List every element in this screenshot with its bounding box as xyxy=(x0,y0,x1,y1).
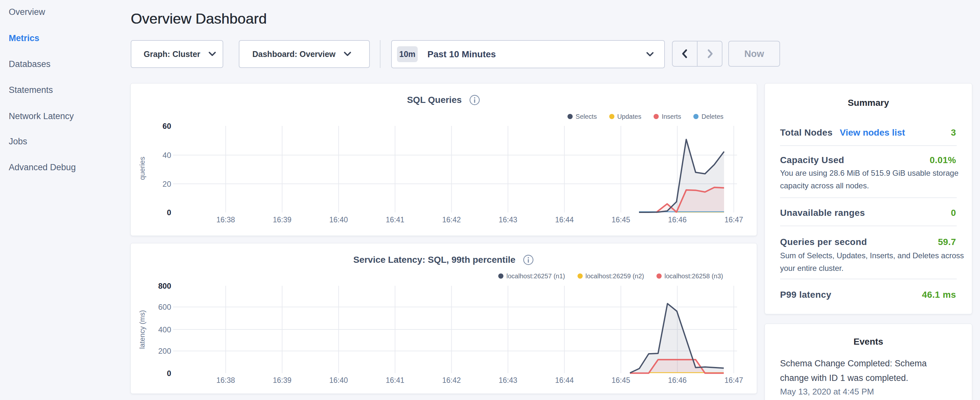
svg-text:800: 800 xyxy=(158,282,171,290)
svg-text:16:43: 16:43 xyxy=(499,215,517,224)
svg-text:latency (ms): latency (ms) xyxy=(138,310,146,349)
svg-text:16:45: 16:45 xyxy=(611,215,630,224)
svg-text:16:42: 16:42 xyxy=(442,215,461,224)
svg-text:200: 200 xyxy=(158,347,171,355)
svg-text:16:41: 16:41 xyxy=(386,215,404,224)
svg-text:0: 0 xyxy=(167,369,171,378)
svg-text:16:38: 16:38 xyxy=(216,215,235,224)
svg-text:16:40: 16:40 xyxy=(329,215,348,224)
svg-text:600: 600 xyxy=(158,303,171,311)
svg-text:16:40: 16:40 xyxy=(329,376,348,384)
svg-text:60: 60 xyxy=(162,122,171,131)
svg-text:16:38: 16:38 xyxy=(216,376,235,384)
svg-text:16:39: 16:39 xyxy=(273,215,291,224)
svg-text:16:45: 16:45 xyxy=(611,376,630,384)
svg-text:400: 400 xyxy=(158,325,171,334)
svg-text:16:46: 16:46 xyxy=(668,376,687,384)
svg-text:queries: queries xyxy=(138,157,146,180)
svg-text:16:44: 16:44 xyxy=(555,376,574,384)
svg-text:16:44: 16:44 xyxy=(555,215,574,224)
svg-text:16:39: 16:39 xyxy=(273,376,291,384)
svg-text:16:47: 16:47 xyxy=(724,376,743,384)
svg-text:16:42: 16:42 xyxy=(442,376,461,384)
svg-text:16:47: 16:47 xyxy=(724,215,743,224)
svg-text:16:43: 16:43 xyxy=(499,376,517,384)
svg-text:40: 40 xyxy=(162,151,171,159)
svg-text:20: 20 xyxy=(162,180,171,188)
svg-text:0: 0 xyxy=(167,208,171,217)
svg-text:16:46: 16:46 xyxy=(668,215,687,224)
svg-text:16:41: 16:41 xyxy=(386,376,404,384)
